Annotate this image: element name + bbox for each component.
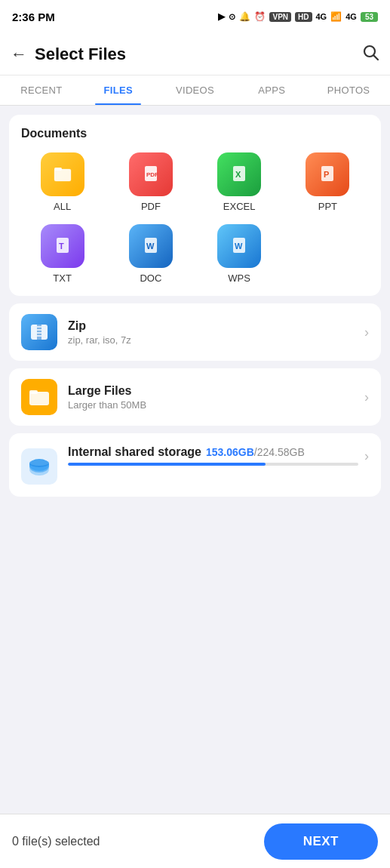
signal-bars: 📶 [330, 11, 342, 22]
doc-item-doc[interactable]: W DOC [109, 224, 192, 284]
page-title: Select Files [35, 45, 361, 64]
storage-bar-fill [68, 463, 266, 466]
dot-icon: ⊙ [229, 12, 235, 22]
doc-item-pdf[interactable]: PDF PDF [109, 152, 192, 212]
hd-badge: HD [295, 12, 312, 22]
storage-bar-wrap [68, 463, 358, 466]
doc-icon-ppt: P [306, 152, 349, 196]
svg-text:W: W [235, 242, 243, 251]
doc-label-wps: WPS [228, 272, 250, 284]
doc-icon-excel: X [217, 152, 261, 196]
storage-total: 224.58GB [257, 446, 305, 458]
doc-label-all: ALL [54, 201, 71, 212]
alarm-icon: ⏰ [254, 11, 266, 22]
svg-line-1 [374, 55, 379, 60]
doc-item-excel[interactable]: X EXCEL [198, 152, 281, 212]
svg-text:P: P [324, 170, 329, 179]
storage-used: 153.06GB [206, 446, 254, 458]
vpn-badge: VPN [269, 12, 291, 22]
doc-icon-pdf: PDF [129, 152, 173, 196]
svg-rect-21 [37, 332, 41, 334]
storage-icon [21, 448, 57, 485]
doc-item-txt[interactable]: T TXT [21, 224, 103, 284]
doc-item-all[interactable]: ALL [21, 152, 103, 212]
svg-text:W: W [146, 242, 155, 251]
storage-chevron: › [364, 448, 369, 464]
status-time: 2:36 PM [12, 11, 55, 23]
large-files-chevron: › [364, 389, 369, 405]
svg-rect-20 [37, 329, 41, 331]
back-button[interactable]: ← [11, 45, 27, 64]
svg-text:X: X [235, 170, 241, 179]
play-icon: ▶ [218, 11, 225, 22]
storage-card: Internal shared storage 153.06GB/224.58G… [9, 433, 381, 497]
large-files-item[interactable]: Large Files Larger than 50MB › [9, 368, 381, 426]
battery-icon: 53 [361, 12, 378, 22]
svg-rect-2 [54, 169, 71, 181]
doc-label-txt: TXT [53, 272, 72, 284]
svg-rect-22 [37, 335, 41, 337]
storage-info: Internal shared storage 153.06GB/224.58G… [68, 445, 358, 466]
large-files-info: Large Files Larger than 50MB [68, 384, 358, 411]
tab-recent[interactable]: RECENT [3, 75, 80, 105]
status-bar: 2:36 PM ▶ ⊙ 🔔 ⏰ VPN HD 4G 📶 4G 53 [0, 0, 390, 33]
search-button[interactable] [361, 43, 379, 66]
top-bar: ← Select Files [0, 33, 390, 75]
svg-rect-24 [29, 390, 38, 394]
next-button[interactable]: NEXT [264, 823, 378, 860]
large-files-title: Large Files [68, 384, 358, 398]
documents-title: Documents [21, 127, 369, 140]
large-files-card: Large Files Larger than 50MB › [9, 368, 381, 426]
large-files-icon [21, 379, 57, 415]
documents-card: Documents ALL PDF [9, 115, 381, 296]
storage-title: Internal shared storage [68, 445, 201, 459]
doc-icon-txt: T [41, 224, 84, 268]
tab-photos[interactable]: PHOTOS [310, 75, 387, 105]
svg-text:T: T [59, 242, 64, 251]
doc-item-wps[interactable]: W WPS [198, 224, 281, 284]
zip-card: Zip zip, rar, iso, 7z › [9, 303, 381, 361]
tab-files[interactable]: FILES [80, 75, 157, 105]
doc-item-ppt[interactable]: P PPT [287, 152, 369, 212]
zip-icon [21, 314, 57, 350]
tabs: RECENT FILES VIDEOS APPS PHOTOS [0, 75, 390, 106]
doc-label-excel: EXCEL [223, 201, 256, 212]
signal-4g2: 4G [345, 12, 357, 21]
files-selected-label: 0 file(s) selected [12, 835, 100, 848]
signal-4g: 4G [316, 12, 327, 21]
svg-point-29 [29, 460, 49, 466]
zip-info: Zip zip, rar, iso, 7z [68, 319, 358, 346]
zip-chevron: › [364, 325, 369, 340]
status-icons: ▶ ⊙ 🔔 ⏰ VPN HD 4G 📶 4G 53 [218, 11, 378, 22]
doc-icon-doc: W [129, 224, 173, 268]
svg-text:PDF: PDF [146, 171, 158, 178]
zip-subtitle: zip, rar, iso, 7z [68, 334, 358, 346]
documents-grid: ALL PDF PDF X [21, 152, 369, 284]
large-files-subtitle: Larger than 50MB [68, 399, 358, 411]
doc-label-ppt: PPT [318, 201, 337, 212]
doc-icon-all [41, 152, 84, 196]
doc-icon-wps: W [217, 224, 261, 268]
svg-rect-19 [37, 326, 41, 328]
tab-videos[interactable]: VIDEOS [157, 75, 234, 105]
zip-item[interactable]: Zip zip, rar, iso, 7z › [9, 303, 381, 361]
tab-apps[interactable]: APPS [233, 75, 310, 105]
bell-icon: 🔔 [239, 11, 250, 22]
main-content: Documents ALL PDF [0, 106, 390, 572]
zip-title: Zip [68, 319, 358, 333]
doc-label-doc: DOC [140, 272, 161, 284]
bottom-bar: 0 file(s) selected NEXT [0, 814, 390, 868]
storage-item[interactable]: Internal shared storage 153.06GB/224.58G… [9, 433, 381, 497]
doc-label-pdf: PDF [141, 201, 161, 212]
